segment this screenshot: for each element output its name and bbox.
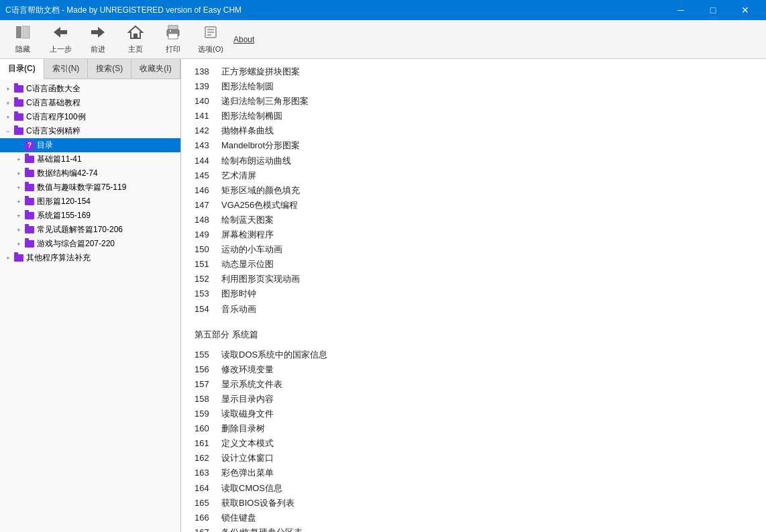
home-icon [127, 24, 144, 43]
svg-rect-11 [170, 30, 171, 32]
toggle-icon: + [13, 168, 24, 179]
list-item: 166锁住键盘 [195, 511, 753, 525]
svg-rect-10 [168, 34, 178, 39]
tree-label: 游戏与综合篇207-220 [37, 238, 115, 250]
print-label: 打印 [166, 44, 180, 54]
forward-button[interactable]: 前进 [80, 23, 115, 56]
list-item: 148绘制蓝天图案 [195, 213, 753, 227]
tree-label: 图形篇120-154 [37, 196, 91, 207]
tree-item-xitong[interactable]: + 系统篇155-169 [0, 209, 180, 223]
window-controls: ─ □ ✕ [665, 0, 761, 20]
folder-icon [24, 182, 35, 193]
list-item: 153图形时钟 [195, 286, 753, 301]
list-item: 164读取CMOS信息 [195, 481, 753, 496]
svg-marker-4 [98, 27, 105, 38]
list-item: 158显示目录内容 [195, 392, 753, 407]
hide-icon [15, 24, 31, 43]
list-item: 163彩色弹出菜单 [195, 466, 753, 480]
toggle-icon [13, 140, 24, 151]
tree-item-youxi[interactable]: + 游戏与综合篇207-220 [0, 237, 180, 251]
tree-item-changjian[interactable]: + 常见试题解答篇170-206 [0, 223, 180, 237]
toggle-icon: + [13, 225, 24, 235]
back-button[interactable]: 上一步 [43, 23, 78, 56]
home-label: 主页 [128, 44, 143, 54]
tab-bar: 目录(C) 索引(N) 搜索(S) 收藏夹(I) [0, 59, 180, 79]
hide-button[interactable]: 隐藏 [5, 23, 40, 56]
tree-label: 目录 [37, 140, 53, 151]
svg-rect-3 [60, 30, 67, 34]
title-text: C语言帮助文档 - Made by UNREGISTERED version o… [5, 5, 241, 16]
tree-item-shuzhi[interactable]: + 数值与趣味数学篇75-119 [0, 180, 180, 195]
list-item: 143Mandelbrot分形图案 [195, 138, 753, 153]
tree-label: 系统篇155-169 [37, 210, 91, 221]
options-button[interactable]: 选项(O) [193, 23, 228, 56]
svg-rect-5 [91, 30, 98, 34]
tree-label: C语言基础教程 [26, 97, 80, 109]
minimize-button[interactable]: ─ [665, 0, 696, 20]
list-item: 145艺术清屏 [195, 168, 753, 183]
options-label: 选项(O) [198, 44, 223, 54]
svg-rect-7 [133, 34, 138, 38]
folder-icon [24, 168, 35, 179]
list-item: 157显示系统文件表 [195, 377, 753, 392]
tree-view: + C语言函数大全 + C语言基础教程 + C语言程序100例 − C语言实例精… [0, 79, 180, 532]
title-bar: C语言帮助文档 - Made by UNREGISTERED version o… [0, 0, 766, 20]
back-icon [52, 24, 68, 43]
tree-label: 其他程序算法补充 [26, 252, 91, 264]
tree-label: 数据结构编42-74 [37, 168, 98, 179]
close-button[interactable]: ✕ [730, 0, 761, 20]
home-button[interactable]: 主页 [118, 23, 153, 56]
print-icon [165, 24, 181, 43]
toggle-icon: + [13, 182, 24, 193]
folder-icon [24, 197, 35, 207]
tree-item-toc[interactable]: ? 目录 [0, 138, 180, 152]
list-item: 156修改环境变量 [195, 362, 753, 377]
print-button[interactable]: 打印 [156, 23, 190, 56]
tree-item-tuxing[interactable]: + 图形篇120-154 [0, 195, 180, 209]
tree-item-functions[interactable]: + C语言函数大全 [0, 82, 180, 96]
list-item: 165获取BIOS设备列表 [195, 496, 753, 511]
tree-item-jichu[interactable]: + 基础篇11-41 [0, 152, 180, 166]
question-icon: ? [24, 140, 35, 151]
tree-label: C语言实例精粹 [26, 125, 80, 137]
hide-label: 隐藏 [15, 44, 30, 54]
svg-rect-0 [16, 26, 21, 38]
maximize-button[interactable]: □ [698, 0, 728, 20]
tab-contents[interactable]: 目录(C) [0, 59, 44, 79]
folder-icon [24, 211, 35, 221]
tab-search[interactable]: 搜索(S) [88, 59, 131, 78]
toggle-icon: + [13, 211, 24, 221]
tree-label: 常见试题解答篇170-206 [37, 224, 123, 235]
list-item: 162设计立体窗口 [195, 451, 753, 466]
list-item: 138正方形螺旋拼块图案 [195, 64, 753, 79]
toggle-icon: + [13, 197, 24, 207]
list-item: 161定义文本模式 [195, 436, 753, 451]
tree-item-qita[interactable]: + 其他程序算法补充 [0, 251, 180, 265]
options-icon [203, 24, 219, 43]
toolbar: 隐藏 上一步 前进 主页 [0, 20, 766, 59]
toggle-icon: + [13, 154, 24, 165]
folder-icon [24, 154, 35, 165]
tab-favorites[interactable]: 收藏夹(I) [131, 59, 180, 78]
tab-index[interactable]: 索引(N) [44, 59, 89, 78]
list-item: 160删除目录树 [195, 421, 753, 436]
list-item: 154音乐动画 [195, 302, 753, 317]
list-item: 155读取DOS系统中的国家信息 [195, 348, 753, 362]
toggle-icon: + [3, 112, 13, 123]
tree-label: C语言函数大全 [26, 83, 80, 95]
tree-item-shuju[interactable]: + 数据结构编42-74 [0, 166, 180, 180]
tree-item-100examples[interactable]: + C语言程序100例 [0, 110, 180, 124]
content-area[interactable]: 138正方形螺旋拼块图案139图形法绘制圆140递归法绘制三角形图案141图形法… [181, 59, 766, 532]
tree-item-basic[interactable]: + C语言基础教程 [0, 96, 180, 110]
tree-item-shili[interactable]: − C语言实例精粹 [0, 124, 180, 138]
list-item: 141图形法绘制椭圆 [195, 109, 753, 123]
svg-rect-1 [23, 26, 30, 38]
list-item: 167备份/恢复硬盘分区表 [195, 525, 753, 532]
about-link[interactable]: About [233, 35, 254, 44]
folder-icon [24, 239, 35, 250]
toggle-icon: + [3, 253, 13, 264]
folder-icon [13, 253, 24, 264]
tree-label: 基础篇11-41 [37, 154, 82, 165]
list-item: 151动态显示位图 [195, 257, 753, 272]
back-label: 上一步 [50, 44, 72, 54]
